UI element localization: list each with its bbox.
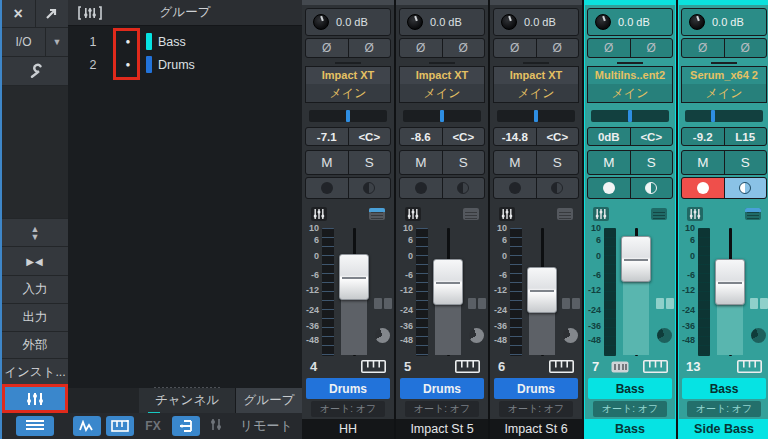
phase-left-button[interactable]: Ø xyxy=(588,39,630,57)
mute-button[interactable]: M xyxy=(682,151,724,173)
close-button[interactable]: × xyxy=(2,0,35,27)
solo-button[interactable]: S xyxy=(349,151,391,173)
phase-right-button[interactable]: Ø xyxy=(631,39,673,57)
audio-view-button[interactable] xyxy=(73,416,101,436)
volume-readout[interactable]: -14.8 xyxy=(494,128,536,146)
meter-mode-icon[interactable] xyxy=(374,298,392,309)
layers-icon[interactable] xyxy=(557,208,573,220)
phase-right-button[interactable]: Ø xyxy=(443,39,485,57)
fader-lane[interactable] xyxy=(431,226,465,358)
fader-lane[interactable] xyxy=(525,226,559,358)
pan-slider[interactable] xyxy=(309,110,387,122)
fader-handle[interactable] xyxy=(715,259,745,305)
channel-type-icon[interactable] xyxy=(593,207,609,221)
fader-lane[interactable] xyxy=(713,226,747,358)
io-view-button[interactable] xyxy=(205,417,227,435)
gain-knob[interactable] xyxy=(595,14,611,30)
layers-icon[interactable] xyxy=(651,208,667,220)
channel-name[interactable]: Side Bass xyxy=(678,419,768,439)
channel-name[interactable]: HH xyxy=(302,419,394,439)
automation-mode[interactable]: オート: オフ xyxy=(405,401,479,418)
mute-button[interactable]: M xyxy=(494,151,536,173)
pan-dial-icon[interactable] xyxy=(657,328,672,343)
solo-button[interactable]: S xyxy=(725,151,767,173)
channel-type-icon[interactable] xyxy=(687,207,703,221)
record-button[interactable] xyxy=(588,178,630,199)
tab-channel[interactable]: チャンネル xyxy=(139,388,236,413)
sidebar-item-outputs[interactable]: 出力 xyxy=(2,304,68,331)
pan-dial-icon[interactable] xyxy=(375,328,390,343)
solo-button[interactable]: S xyxy=(443,151,485,173)
group-assignment[interactable]: Drums xyxy=(494,378,578,399)
group-assignment[interactable]: Bass xyxy=(588,378,672,399)
channel-setup-button[interactable] xyxy=(2,57,68,85)
insert-device-slot[interactable]: Impact XT xyxy=(493,66,579,85)
fader-handle[interactable] xyxy=(621,236,651,282)
output-route[interactable]: メイン xyxy=(587,84,673,103)
phase-right-button[interactable]: Ø xyxy=(537,39,579,57)
bus-view-button[interactable] xyxy=(172,416,200,436)
phase-left-button[interactable]: Ø xyxy=(682,39,724,57)
phase-left-button[interactable]: Ø xyxy=(306,39,348,57)
spread-channels-button[interactable]: ▲▼ xyxy=(2,219,68,246)
pan-dial-icon[interactable] xyxy=(469,328,484,343)
group-assignment[interactable]: Bass xyxy=(682,378,766,399)
meter-mode-icon[interactable] xyxy=(656,298,674,309)
volume-readout[interactable]: 0dB xyxy=(588,128,630,146)
output-route[interactable]: メイン xyxy=(305,84,391,103)
insert-device-slot[interactable]: MultiIns..ent2 xyxy=(587,66,673,85)
group-assignment[interactable]: Drums xyxy=(306,378,390,399)
mute-button[interactable]: M xyxy=(306,151,348,173)
monitor-button[interactable] xyxy=(443,178,485,199)
volume-readout[interactable]: -9.2 xyxy=(682,128,724,146)
pan-readout[interactable]: <C> xyxy=(349,128,391,146)
pan-slider[interactable] xyxy=(591,110,669,122)
channel-name[interactable]: Bass xyxy=(584,419,676,439)
monitor-button[interactable] xyxy=(349,178,391,199)
meter-mode-icon[interactable] xyxy=(562,298,580,309)
solo-button[interactable]: S xyxy=(631,151,673,173)
gain-knob[interactable] xyxy=(313,14,329,30)
insert-device-slot[interactable]: Serum_x64 2 xyxy=(681,66,767,85)
pan-readout[interactable]: <C> xyxy=(631,128,673,146)
instrument-view-button[interactable] xyxy=(106,416,134,436)
automation-mode[interactable]: オート: オフ xyxy=(499,401,573,418)
group-active-dot[interactable]: ● xyxy=(118,60,138,69)
io-button[interactable]: I/O xyxy=(2,28,45,56)
io-dropdown-button[interactable]: ▼ xyxy=(46,28,68,56)
tab-group[interactable]: グループ xyxy=(236,388,302,413)
output-route[interactable]: メイン xyxy=(681,84,767,103)
mute-button[interactable]: M xyxy=(400,151,442,173)
volume-readout[interactable]: -8.6 xyxy=(400,128,442,146)
pan-slider[interactable] xyxy=(497,110,575,122)
record-button[interactable] xyxy=(306,178,348,199)
fader-handle[interactable] xyxy=(433,259,463,305)
layers-icon[interactable] xyxy=(745,208,761,220)
fader-lane[interactable] xyxy=(337,226,371,358)
automation-mode[interactable]: オート: オフ xyxy=(593,401,667,418)
automation-mode[interactable]: オート: オフ xyxy=(687,401,761,418)
gain-knob[interactable] xyxy=(407,14,423,30)
meter-mode-icon[interactable] xyxy=(468,298,486,309)
monitor-button[interactable] xyxy=(725,178,767,199)
layers-icon[interactable] xyxy=(369,208,385,220)
channel-name[interactable]: Impact St 5 xyxy=(396,419,488,439)
pan-readout[interactable]: <C> xyxy=(443,128,485,146)
pan-slider[interactable] xyxy=(403,110,481,122)
fader-handle[interactable] xyxy=(339,254,369,300)
phase-right-button[interactable]: Ø xyxy=(349,39,391,57)
insert-device-slot[interactable]: Impact XT xyxy=(305,66,391,85)
channel-type-icon[interactable] xyxy=(499,207,515,221)
pan-slider[interactable] xyxy=(685,110,763,122)
detach-button[interactable] xyxy=(36,0,69,27)
narrow-channels-button[interactable]: ▶◀ xyxy=(2,247,68,275)
gain-knob[interactable] xyxy=(689,14,705,30)
pan-readout[interactable]: <C> xyxy=(537,128,579,146)
channel-list-button[interactable] xyxy=(16,416,54,436)
phase-right-button[interactable]: Ø xyxy=(725,39,767,57)
sidebar-item-external[interactable]: 外部 xyxy=(2,332,68,358)
insert-device-slot[interactable]: Impact XT xyxy=(399,66,485,85)
pan-dial-icon[interactable] xyxy=(563,328,578,343)
gain-knob[interactable] xyxy=(501,14,517,30)
fader-handle[interactable] xyxy=(527,267,557,313)
